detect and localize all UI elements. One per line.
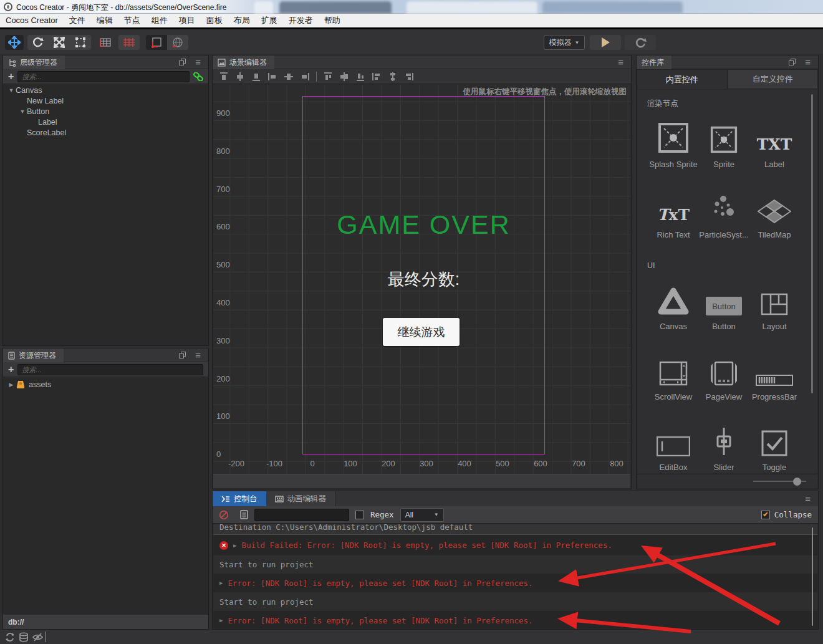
world-tool-button[interactable] xyxy=(167,35,188,50)
play-button[interactable] xyxy=(590,35,621,50)
widget-layout[interactable]: Layout xyxy=(749,283,800,331)
add-asset-button[interactable]: + xyxy=(8,363,14,376)
console-log[interactable]: Destination C:\Users\Administrator\Deskt… xyxy=(213,524,817,628)
distribute-vcenter-icon[interactable] xyxy=(339,72,349,82)
hierarchy-search-input[interactable] xyxy=(17,71,190,82)
icon-size-slider-handle[interactable] xyxy=(793,478,801,486)
library-scrollbar[interactable] xyxy=(811,94,813,393)
distribute-bottom-icon[interactable] xyxy=(355,72,365,82)
widget-slider[interactable]: Slider xyxy=(698,424,749,472)
collapse-arrow-icon[interactable]: ▼ xyxy=(8,87,14,94)
widget-particle-system[interactable]: ParticleSyst... xyxy=(698,191,749,239)
tree-node-button[interactable]: ▼ Button xyxy=(3,106,208,117)
expand-arrow-icon[interactable]: ▶ xyxy=(8,382,14,388)
scene-viewport[interactable]: 使用鼠标右键平移视窗焦点，使用滚轮缩放视图 GAME OVER 最终分数: 继续… xyxy=(213,85,630,475)
open-log-file-icon[interactable] xyxy=(240,510,248,519)
align-hcenter-icon[interactable] xyxy=(284,72,294,82)
menu-component[interactable]: 组件 xyxy=(146,14,173,27)
tree-node-new-label[interactable]: New Label xyxy=(3,95,208,106)
clear-log-icon[interactable] xyxy=(219,510,229,520)
panel-menu-icon[interactable]: ≡ xyxy=(805,57,811,67)
continue-game-button[interactable]: 继续游戏 xyxy=(383,318,460,346)
add-node-button[interactable]: + xyxy=(8,70,14,83)
widget-editbox[interactable]: EditBox xyxy=(648,424,699,472)
widget-scrollview[interactable]: ScrollView xyxy=(648,353,699,401)
regex-checkbox[interactable] xyxy=(355,511,364,519)
error-line[interactable]: ▶ Error: [NDK Root] is empty, please set… xyxy=(213,574,817,592)
error-line[interactable]: ▶ Error: [NDK Root] is empty, please set… xyxy=(213,611,817,628)
menu-panel[interactable]: 面板 xyxy=(201,14,228,27)
panel-menu-icon[interactable]: ≡ xyxy=(195,57,201,67)
menu-edit[interactable]: 编辑 xyxy=(91,14,118,27)
panel-menu-icon[interactable]: ≡ xyxy=(618,57,623,67)
tab-custom-widgets[interactable]: 自定义控件 xyxy=(728,69,819,89)
snap-grid-button[interactable] xyxy=(118,35,140,50)
anchor-tool-button[interactable] xyxy=(146,35,167,50)
rect-tool-button[interactable] xyxy=(70,35,91,50)
sync-icon[interactable] xyxy=(5,632,15,642)
tree-node-canvas[interactable]: ▼ Canvas xyxy=(3,85,208,95)
widget-sprite[interactable]: Sprite xyxy=(698,121,749,169)
align-bottom-icon[interactable] xyxy=(251,72,261,82)
collapse-arrow-icon[interactable]: ▼ xyxy=(19,108,26,115)
collapse-checkbox[interactable]: ✔ xyxy=(761,511,770,519)
align-vcenter-icon[interactable] xyxy=(235,72,245,82)
expand-arrow-icon[interactable]: ▶ xyxy=(233,542,236,549)
assets-search-input[interactable] xyxy=(17,364,203,375)
distribute-right-icon[interactable] xyxy=(404,72,414,82)
refresh-button[interactable] xyxy=(625,35,656,50)
tab-builtin-widgets[interactable]: 内置控件 xyxy=(637,69,728,89)
tab-console[interactable]: 控制台 xyxy=(213,491,266,506)
log-level-dropdown[interactable]: All ▼ xyxy=(400,508,444,522)
align-left-icon[interactable] xyxy=(267,72,277,82)
menu-node[interactable]: 节点 xyxy=(118,14,146,27)
console-filter-input[interactable] xyxy=(254,509,349,521)
rotate-tool-button[interactable] xyxy=(27,35,49,50)
widget-splash-sprite[interactable]: Splash Sprite xyxy=(648,121,699,169)
expand-arrow-icon[interactable]: ▶ xyxy=(219,580,223,586)
link-icon[interactable] xyxy=(193,72,203,81)
popout-icon[interactable] xyxy=(789,59,796,65)
align-right-icon[interactable] xyxy=(300,72,310,82)
move-tool-button[interactable] xyxy=(5,35,24,50)
menu-project[interactable]: 项目 xyxy=(173,14,201,27)
tree-node-scorelabel[interactable]: ScoreLabel xyxy=(3,127,208,138)
popout-icon[interactable] xyxy=(179,59,186,65)
panel-menu-icon[interactable]: ≡ xyxy=(805,494,811,504)
tree-node-label[interactable]: Label xyxy=(3,117,208,127)
widget-canvas[interactable]: Canvas xyxy=(648,283,699,331)
distribute-hcenter-icon[interactable] xyxy=(388,72,398,82)
align-top-icon[interactable] xyxy=(219,72,229,82)
menu-extension[interactable]: 扩展 xyxy=(256,14,283,27)
assets-tab[interactable]: 资源管理器 xyxy=(3,348,64,362)
distribute-left-icon[interactable] xyxy=(372,72,382,82)
widget-button[interactable]: Button Button xyxy=(698,283,749,331)
panel-menu-icon[interactable]: ≡ xyxy=(195,350,201,360)
scene-tab[interactable]: 场景编辑器 xyxy=(213,55,274,69)
widget-rich-text[interactable]: TxT Rich Text xyxy=(648,191,699,239)
menu-layout[interactable]: 布局 xyxy=(228,14,256,27)
library-tab[interactable]: 控件库 xyxy=(637,55,671,69)
hide-icon[interactable] xyxy=(32,632,43,642)
expand-arrow-icon[interactable]: ▶ xyxy=(219,617,223,623)
hierarchy-tab[interactable]: 层级管理器 xyxy=(3,55,65,69)
platform-select[interactable]: 模拟器 ▼ xyxy=(544,35,585,50)
widget-toggle[interactable]: Toggle xyxy=(749,424,800,472)
grid-view-button[interactable] xyxy=(95,35,116,50)
tab-animation-editor[interactable]: 动画编辑器 xyxy=(266,491,336,506)
scale-tool-button[interactable] xyxy=(49,35,70,50)
widget-progressbar[interactable]: ProgressBar xyxy=(749,353,800,401)
widget-tiledmap[interactable]: TiledMap xyxy=(749,191,800,239)
error-line[interactable]: ✕ ▶ Build Failed: Error: [NDK Root] is e… xyxy=(213,535,817,555)
console-scrollbar[interactable] xyxy=(812,527,813,626)
popout-icon[interactable] xyxy=(179,352,186,358)
tree-node-assets[interactable]: ▶ assets xyxy=(3,378,208,392)
scene-scrollbar-track[interactable] xyxy=(213,474,630,488)
widget-pageview[interactable]: PageView xyxy=(698,353,749,401)
menu-app[interactable]: Cocos Creator xyxy=(0,14,64,27)
menu-developer[interactable]: 开发者 xyxy=(283,14,319,27)
menu-help[interactable]: 帮助 xyxy=(319,14,346,27)
widget-label[interactable]: TXT Label xyxy=(749,121,800,169)
menu-file[interactable]: 文件 xyxy=(64,14,91,27)
distribute-top-icon[interactable] xyxy=(323,72,333,82)
